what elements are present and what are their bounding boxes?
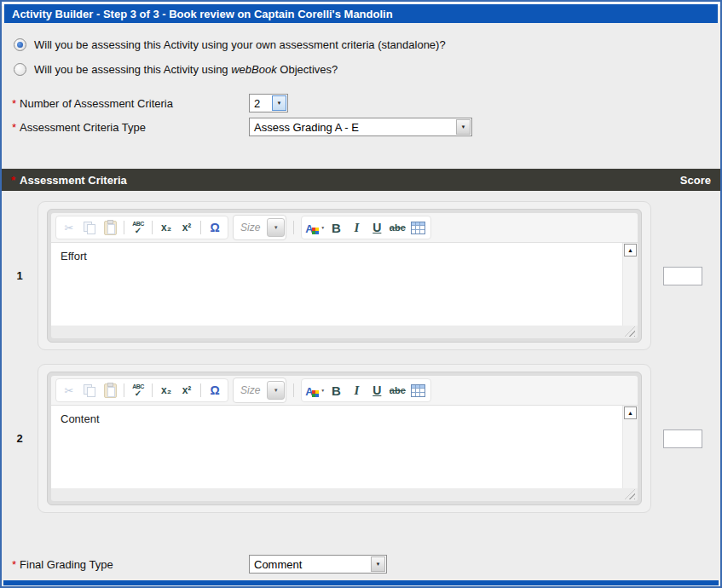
table-button[interactable] (408, 218, 427, 237)
table-button[interactable] (408, 381, 427, 400)
criteria-type-row: *Assessment Criteria Type Assess Grading… (12, 115, 720, 139)
editor-toolbar: ✂ ABC✓ x₂ x² Ω Size ▼ (51, 376, 638, 405)
spellcheck-icon: ABC✓ (130, 383, 146, 397)
cut-button[interactable]: ✂ (60, 381, 78, 400)
font-size-select[interactable]: Size ▼ (233, 378, 286, 403)
chevron-down-icon: ▼ (274, 388, 279, 393)
scroll-up-button[interactable]: ▲ (624, 244, 637, 257)
underline-icon: U (373, 221, 381, 234)
criterion-editor-box: ✂ ABC✓ x₂ x² Ω Size ▼ (38, 364, 651, 513)
final-grading-dropdown-button[interactable]: ▼ (371, 556, 385, 572)
editor-content[interactable]: Effort (51, 243, 622, 326)
radio-row-webbook-objectives: Will you be assessing this Activity usin… (14, 61, 708, 77)
toolbar-separator (200, 383, 201, 397)
table-icon (411, 384, 425, 397)
subscript-button[interactable]: x₂ (157, 381, 176, 400)
font-size-select[interactable]: Size ▼ (233, 215, 286, 240)
toolbar-separator (293, 383, 294, 397)
assessment-mode-options: Will you be assessing this Activity usin… (2, 23, 720, 77)
score-input[interactable] (663, 267, 702, 285)
copy-button[interactable] (80, 218, 99, 237)
final-grading-label: *Final Grading Type (12, 558, 249, 571)
editor-bottom-bar (51, 488, 638, 501)
font-size-dropdown-button[interactable]: ▼ (267, 218, 285, 237)
editor-scrollbar[interactable]: ▲ (622, 243, 638, 326)
editor-scrollbar[interactable]: ▲ (622, 406, 638, 488)
paste-icon (104, 383, 117, 398)
special-character-button[interactable]: Ω (205, 381, 224, 400)
toolbar-separator (152, 383, 153, 397)
editor-content[interactable]: Content (51, 406, 622, 488)
check-icon: ✓ (135, 389, 142, 397)
text-color-letter: A (305, 222, 313, 235)
radio-webbook-label-italic: webBook (231, 63, 276, 76)
resize-handle[interactable] (625, 489, 635, 499)
page-title: Activity Builder - Step 3 of 3 - Book re… (12, 8, 393, 20)
paste-button[interactable] (101, 218, 119, 237)
criteria-settings: *Number of Assessment Criteria 2 ▼ *Asse… (2, 91, 720, 139)
text-color-icon: A (305, 221, 320, 235)
score-input[interactable] (663, 429, 702, 448)
required-asterisk: * (11, 174, 15, 187)
rich-text-editor: ✂ ABC✓ x₂ x² Ω Size ▼ (47, 209, 642, 343)
spellcheck-button[interactable]: ABC✓ (129, 218, 147, 237)
criteria-type-dropdown-button[interactable]: ▼ (456, 119, 471, 135)
superscript-button[interactable]: x² (177, 381, 196, 400)
toolbar-separator (200, 221, 201, 234)
chevron-down-icon: ▼ (376, 562, 381, 567)
cut-button[interactable]: ✂ (60, 218, 78, 237)
font-size-label: Size (234, 222, 267, 233)
subscript-button[interactable]: x₂ (157, 218, 176, 237)
table-icon (411, 222, 425, 234)
spellcheck-icon: ABC✓ (130, 221, 146, 234)
toolbar-separator (293, 221, 294, 234)
bold-icon: B (332, 383, 341, 398)
bold-button[interactable]: B (326, 218, 345, 237)
criteria-section-header: *Assessment Criteria Score (2, 169, 720, 191)
italic-icon: I (354, 383, 359, 398)
final-grading-select[interactable]: Comment ▼ (249, 555, 387, 574)
page-title-bar: Activity Builder - Step 3 of 3 - Book re… (4, 4, 718, 23)
criteria-type-select[interactable]: Assess Grading A - E ▼ (249, 118, 472, 136)
num-criteria-value: 2 (250, 97, 271, 110)
italic-button[interactable]: I (347, 381, 366, 400)
paste-button[interactable] (101, 381, 119, 400)
num-criteria-label: *Number of Assessment Criteria (12, 97, 249, 110)
editor-bottom-bar (51, 326, 638, 338)
num-criteria-select[interactable]: 2 ▼ (249, 94, 288, 112)
strikethrough-button[interactable]: abe (388, 218, 407, 237)
text-color-button[interactable]: A▼ (305, 381, 325, 400)
chevron-down-icon: ▼ (461, 124, 466, 130)
scroll-up-button[interactable]: ▲ (624, 406, 637, 419)
resize-handle[interactable] (625, 326, 635, 337)
radio-webbook-objectives-label[interactable]: Will you be assessing this Activity usin… (34, 63, 338, 76)
special-character-button[interactable]: Ω (205, 218, 224, 237)
underline-button[interactable]: U (367, 381, 386, 400)
num-criteria-dropdown-button[interactable]: ▼ (272, 95, 286, 111)
chevron-down-icon: ▼ (321, 225, 325, 230)
final-grading-value: Comment (250, 558, 370, 571)
superscript-icon: x² (182, 384, 192, 396)
font-size-label: Size (234, 384, 267, 396)
font-size-dropdown-button[interactable]: ▼ (267, 381, 285, 400)
criterion-editor-box: ✂ ABC✓ x₂ x² Ω Size ▼ (38, 201, 651, 350)
subscript-icon: x₂ (161, 384, 171, 396)
radio-webbook-objectives[interactable] (14, 63, 26, 76)
radio-own-criteria-label[interactable]: Will you be assessing this Activity usin… (34, 38, 446, 51)
toolbar-separator (124, 383, 124, 397)
underline-button[interactable]: U (367, 218, 386, 237)
spellcheck-button[interactable]: ABC✓ (129, 381, 147, 400)
num-criteria-row: *Number of Assessment Criteria 2 ▼ (12, 91, 720, 115)
italic-button[interactable]: I (347, 218, 366, 237)
bold-button[interactable]: B (326, 381, 345, 400)
toolbar-group-format: A▼ B I U abe (301, 216, 431, 239)
next-section-bar (3, 580, 719, 585)
strikethrough-button[interactable]: abe (388, 381, 407, 400)
copy-button[interactable] (80, 381, 99, 400)
toolbar-group-basic: ✂ ABC✓ x₂ x² Ω (55, 378, 228, 402)
text-color-letter: A (305, 385, 313, 398)
text-color-button[interactable]: A▼ (305, 218, 325, 237)
radio-own-criteria[interactable] (14, 38, 26, 51)
superscript-button[interactable]: x² (177, 218, 196, 237)
radio-webbook-label-before: Will you be assessing this Activity usin… (34, 63, 231, 76)
